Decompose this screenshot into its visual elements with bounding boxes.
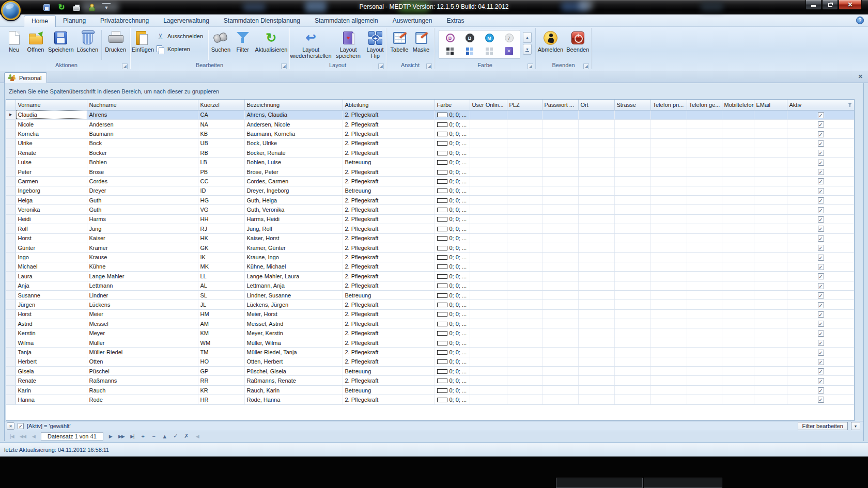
row-indicator[interactable] bbox=[6, 214, 16, 224]
filter-button[interactable]: Filter bbox=[232, 29, 254, 54]
cell-telefon-geschaeftlich[interactable] bbox=[687, 376, 722, 385]
cell-bezeichnung[interactable]: Böcker, Renate bbox=[244, 148, 343, 158]
cell-strasse[interactable] bbox=[614, 272, 650, 281]
cell-plz[interactable] bbox=[507, 385, 542, 395]
cell-aktiv[interactable]: ✓ bbox=[787, 357, 855, 366]
cell-plz[interactable] bbox=[507, 395, 542, 404]
cell-user-online[interactable] bbox=[470, 376, 507, 385]
cell-strasse[interactable] bbox=[614, 376, 650, 385]
layout-speichern-button[interactable]: ♥ Layout speichern bbox=[332, 29, 364, 60]
cell-telefon-geschaeftlich[interactable] bbox=[687, 338, 722, 347]
tabelle-button[interactable]: Tabelle bbox=[389, 29, 410, 54]
row-indicator[interactable] bbox=[6, 196, 16, 205]
cell-abteilung[interactable]: 2. Pflegekraft bbox=[343, 214, 435, 224]
cell-vorname[interactable]: Carmen bbox=[16, 177, 87, 186]
row-indicator[interactable] bbox=[6, 205, 16, 214]
checkbox-checked-icon[interactable]: ✓ bbox=[818, 188, 824, 194]
cell-user-online[interactable] bbox=[470, 395, 507, 404]
cell-telefon-privat[interactable] bbox=[650, 158, 687, 167]
cell-email[interactable] bbox=[754, 290, 787, 300]
cell-ort[interactable] bbox=[578, 196, 614, 205]
cell-mobiltelefon[interactable] bbox=[722, 177, 754, 186]
cell-user-online[interactable] bbox=[470, 290, 507, 300]
cell-kuerzel[interactable]: HG bbox=[198, 196, 244, 205]
cell-email[interactable] bbox=[754, 385, 787, 395]
cell-strasse[interactable] bbox=[614, 119, 650, 129]
cell-vorname[interactable]: Helga bbox=[16, 196, 87, 205]
row-indicator[interactable] bbox=[6, 290, 16, 300]
cell-telefon-geschaeftlich[interactable] bbox=[687, 272, 722, 281]
cell-strasse[interactable] bbox=[614, 196, 650, 205]
cell-farbe[interactable]: 0; 0; ... bbox=[435, 177, 470, 186]
nav-delete-button[interactable]: − bbox=[149, 433, 159, 439]
cell-kuerzel[interactable]: GK bbox=[198, 243, 244, 252]
cell-telefon-geschaeftlich[interactable] bbox=[687, 367, 722, 376]
cell-nachname[interactable]: Püschel bbox=[87, 367, 198, 376]
cell-kuerzel[interactable]: JL bbox=[198, 300, 244, 309]
cell-mobiltelefon[interactable] bbox=[722, 196, 754, 205]
remove-filter-icon[interactable]: ✕ bbox=[7, 422, 14, 430]
dialog-launcher-icon[interactable]: ◢ bbox=[528, 64, 533, 69]
cell-telefon-geschaeftlich[interactable] bbox=[687, 205, 722, 214]
filter-bearbeiten-button[interactable]: Filter bearbeiten bbox=[798, 422, 848, 430]
cell-telefon-geschaeftlich[interactable] bbox=[687, 158, 722, 167]
cell-kuerzel[interactable]: NA bbox=[198, 119, 244, 129]
cell-telefon-geschaeftlich[interactable] bbox=[687, 300, 722, 309]
scheme-b-purple-icon[interactable]: B bbox=[446, 34, 455, 42]
header-filter-icon[interactable] bbox=[848, 103, 853, 107]
cell-user-online[interactable] bbox=[470, 214, 507, 224]
cell-mobiltelefon[interactable] bbox=[722, 376, 754, 385]
cell-telefon-geschaeftlich[interactable] bbox=[687, 348, 722, 357]
cell-email[interactable] bbox=[754, 129, 787, 138]
cell-telefon-privat[interactable] bbox=[650, 376, 687, 385]
cell-telefon-privat[interactable] bbox=[650, 233, 687, 243]
cell-bezeichnung[interactable]: Bohlen, Luise bbox=[244, 158, 343, 167]
cell-telefon-privat[interactable] bbox=[650, 214, 687, 224]
cell-passwort[interactable] bbox=[542, 167, 578, 176]
cell-passwort[interactable] bbox=[542, 395, 578, 404]
cell-nachname[interactable]: Rode bbox=[87, 395, 198, 404]
table-row[interactable]: AnjaLettmannALLettmann, Anja2. Pflegekra… bbox=[6, 281, 855, 290]
save-icon[interactable] bbox=[42, 3, 51, 11]
cell-abteilung[interactable]: Betreuung bbox=[343, 290, 435, 300]
cell-kuerzel[interactable]: KB bbox=[198, 129, 244, 138]
cell-nachname[interactable]: Lettmann bbox=[87, 281, 198, 290]
speichern-button[interactable]: Speichern bbox=[47, 29, 75, 54]
nav-scroll-left-button[interactable]: ◀ bbox=[192, 434, 203, 439]
kopieren-button[interactable]: Kopieren bbox=[157, 45, 203, 53]
table-row[interactable]: GiselaPüschelGPPüschel, GiselaBetreuung0… bbox=[6, 367, 855, 376]
table-row[interactable]: HannaRodeHRRode, Hanna2. Pflegekraft0; 0… bbox=[6, 395, 855, 404]
cell-strasse[interactable] bbox=[614, 281, 650, 290]
gallery-scroll-up-icon[interactable]: ▲ bbox=[523, 32, 532, 43]
cell-ort[interactable] bbox=[578, 186, 614, 195]
cell-bezeichnung[interactable]: Lückens, Jürgen bbox=[244, 300, 343, 309]
cell-telefon-geschaeftlich[interactable] bbox=[687, 138, 722, 148]
cell-telefon-privat[interactable] bbox=[650, 357, 687, 366]
checkbox-checked-icon[interactable]: ✓ bbox=[818, 340, 824, 346]
cell-user-online[interactable] bbox=[470, 177, 507, 186]
cell-ort[interactable] bbox=[578, 214, 614, 224]
cell-telefon-geschaeftlich[interactable] bbox=[687, 167, 722, 176]
cell-bezeichnung[interactable]: Krause, Ingo bbox=[244, 253, 343, 262]
cell-user-online[interactable] bbox=[470, 196, 507, 205]
row-indicator[interactable] bbox=[6, 300, 16, 309]
cell-email[interactable] bbox=[754, 281, 787, 290]
cell-passwort[interactable] bbox=[542, 224, 578, 233]
column-header-farbe[interactable]: Farbe bbox=[435, 100, 470, 110]
cell-nachname[interactable]: Bock bbox=[87, 138, 198, 148]
cell-mobiltelefon[interactable] bbox=[722, 205, 754, 214]
cell-plz[interactable] bbox=[507, 253, 542, 262]
cell-bezeichnung[interactable]: Kühne, Michael bbox=[244, 262, 343, 271]
cell-ort[interactable] bbox=[578, 319, 614, 328]
table-row[interactable]: SusanneLindnerSLLindner, SusanneBetreuun… bbox=[6, 290, 855, 300]
tab-privatabrechnung[interactable]: Privatabrechnung bbox=[93, 15, 156, 27]
cell-aktiv[interactable]: ✓ bbox=[787, 281, 855, 290]
cell-abteilung[interactable]: 2. Pflegekraft bbox=[343, 348, 435, 357]
cell-telefon-privat[interactable] bbox=[650, 290, 687, 300]
tab-personal[interactable]: Personal bbox=[4, 72, 47, 83]
cell-telefon-privat[interactable] bbox=[650, 367, 687, 376]
aktualisieren-button[interactable]: ↻ Aktualisieren bbox=[254, 29, 289, 54]
cell-plz[interactable] bbox=[507, 119, 542, 129]
cell-bezeichnung[interactable]: Raßmanns, Renate bbox=[244, 376, 343, 385]
cell-user-online[interactable] bbox=[470, 348, 507, 357]
